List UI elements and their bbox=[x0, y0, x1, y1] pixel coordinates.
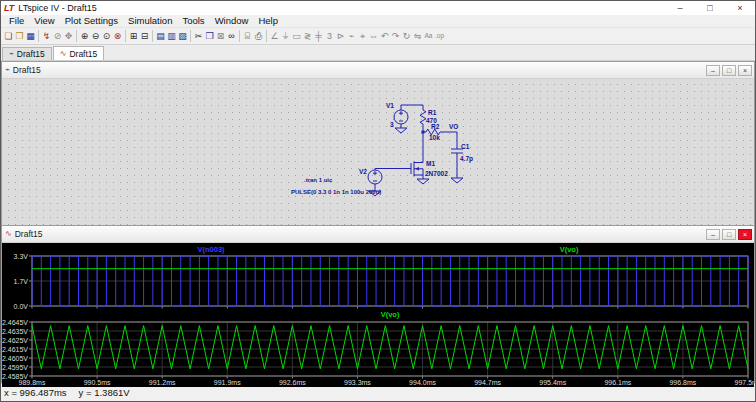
capacitor-icon[interactable]: ╪ bbox=[313, 29, 324, 43]
tran-directive-text: .tran 1 uic bbox=[304, 177, 333, 183]
tile-horizontal-icon[interactable]: ▤ bbox=[155, 29, 166, 43]
c1-value-label: 4.7p bbox=[460, 155, 473, 163]
run-icon[interactable]: ↯ bbox=[41, 29, 52, 43]
diode-icon[interactable]: ⊳ bbox=[335, 29, 346, 43]
close-icon[interactable]: × bbox=[725, 1, 755, 15]
net-label-icon[interactable]: ▭ bbox=[291, 29, 302, 43]
pulse-directive-text: PULSE(0 3.3 0 1n 1n 100u 200u) bbox=[291, 189, 381, 195]
x-axis-tick-label: 997.5ms bbox=[735, 379, 754, 386]
restore-icon[interactable]: □ bbox=[695, 1, 725, 15]
c1-capacitor[interactable] bbox=[451, 149, 463, 178]
spice-directive-icon[interactable]: .op bbox=[434, 29, 445, 43]
zoom-area-icon[interactable]: ⊙ bbox=[101, 29, 112, 43]
move-icon[interactable]: ⌖ bbox=[357, 29, 368, 43]
menu-file[interactable]: File bbox=[4, 15, 29, 27]
resistor-icon[interactable]: ≷ bbox=[302, 29, 313, 43]
menu-window[interactable]: Window bbox=[210, 15, 254, 27]
toolbar-separator bbox=[38, 30, 39, 42]
menu-plot-settings[interactable]: Plot Settings bbox=[60, 15, 123, 27]
x-axis-tick-label: 992.6ms bbox=[279, 379, 306, 386]
rotate-icon[interactable]: ↻ bbox=[401, 29, 412, 43]
schematic-window: ⌁ Draft15 – □ × bbox=[1, 61, 755, 225]
r1-ref-label: R1 bbox=[428, 109, 437, 116]
x-axis-tick-label: 995.4ms bbox=[539, 379, 566, 386]
zoom-extents-icon[interactable]: ⊗ bbox=[112, 29, 123, 43]
x-axis-tick-label: 993.3ms bbox=[344, 379, 371, 386]
halt-icon[interactable]: ⊘ bbox=[52, 29, 63, 43]
minimize-icon[interactable]: – bbox=[665, 1, 695, 15]
zoom-out-icon[interactable]: ⊖ bbox=[90, 29, 101, 43]
mirror-icon[interactable]: ⇋ bbox=[412, 29, 423, 43]
schematic-canvas[interactable]: V1 3 R1 470 R2 10k VO C1 4.7p M1 2N7002 … bbox=[2, 79, 754, 225]
wire bbox=[375, 169, 411, 171]
restore-icon[interactable]: □ bbox=[722, 229, 736, 240]
tab-schematic-draft15[interactable]: ⌁Draft15 bbox=[2, 47, 52, 60]
x-axis-tick-label: 991.2ms bbox=[149, 379, 176, 386]
toolbar-separator bbox=[266, 30, 267, 42]
waveform-plot[interactable]: 3.3V1.7V0.0VV(n003)V(vo)2.4645V2.4635V2.… bbox=[2, 243, 754, 387]
toolbar-separator bbox=[190, 30, 191, 42]
trace-label: V(vo) bbox=[560, 245, 579, 254]
minimize-icon[interactable]: – bbox=[706, 65, 720, 76]
x-axis-tick-label: 989.8ms bbox=[19, 379, 46, 386]
cut-icon[interactable]: ✂ bbox=[193, 29, 204, 43]
r2-value-label: 10k bbox=[429, 134, 440, 141]
minimize-icon[interactable]: – bbox=[706, 229, 720, 240]
schematic-window-controls: – □ × bbox=[706, 65, 754, 76]
y-axis-tick-label: 1.7V bbox=[14, 278, 29, 285]
window-controls: – □ × bbox=[665, 1, 755, 15]
v1-value-label: 3 bbox=[390, 121, 394, 128]
waveform-window-title: Draft15 bbox=[15, 229, 43, 239]
copy-icon[interactable]: ❒ bbox=[204, 29, 215, 43]
new-schematic-icon[interactable]: ❏ bbox=[3, 29, 14, 43]
inductor-icon[interactable]: 3 bbox=[324, 29, 335, 43]
print-preview-icon[interactable]: ⌻ bbox=[242, 29, 253, 43]
redo-icon[interactable]: ↷ bbox=[390, 29, 401, 43]
schematic-window-titlebar[interactable]: ⌁ Draft15 – □ × bbox=[2, 62, 754, 79]
drag-icon[interactable]: ⇔ bbox=[368, 29, 379, 43]
ground-icon bbox=[417, 179, 429, 184]
close-icon[interactable]: × bbox=[738, 65, 752, 76]
pan-icon[interactable]: ✥ bbox=[63, 29, 74, 43]
menu-help[interactable]: Help bbox=[253, 15, 283, 27]
m1-arrow bbox=[415, 167, 419, 171]
mdi-area: ⌁ Draft15 – □ × bbox=[1, 61, 755, 383]
ground-icon[interactable]: ⏚ bbox=[280, 29, 291, 43]
tab-waveform-draft15[interactable]: ∿Draft15 bbox=[53, 46, 105, 60]
y-axis-tick-label: 2.4645V bbox=[2, 319, 28, 326]
component-icon[interactable]: ⌁ bbox=[346, 29, 357, 43]
schematic-drawing: V1 3 R1 470 R2 10k VO C1 4.7p M1 2N7002 … bbox=[2, 79, 754, 225]
toolbar: ❏❐▦↯⊘✥⊕⊖⊙⊗⊞⊟▤▥▧✂❒⊠∞⌻⎙∠⏚▭≷╪3⊳⌁⌖⇔↶↷↻⇋Aa.op bbox=[1, 27, 755, 45]
waveform-doc-icon: ∿ bbox=[60, 50, 67, 58]
wire-icon[interactable]: ∠ bbox=[269, 29, 280, 43]
menu-tools[interactable]: Tools bbox=[177, 15, 209, 27]
schematic-doc-icon: ⌁ bbox=[9, 50, 14, 58]
tab-bar: ⌁Draft15∿Draft15 bbox=[1, 45, 755, 61]
close-icon[interactable]: × bbox=[738, 229, 752, 240]
open-icon[interactable]: ❐ bbox=[14, 29, 25, 43]
menu-simulation[interactable]: Simulation bbox=[123, 15, 177, 27]
tab-label: Draft15 bbox=[69, 49, 97, 59]
autorange-icon[interactable]: ⊞ bbox=[128, 29, 139, 43]
print-icon[interactable]: ⎙ bbox=[253, 29, 264, 43]
x-axis-tick-label: 991.9ms bbox=[214, 379, 241, 386]
undo-icon[interactable]: ↶ bbox=[379, 29, 390, 43]
m1-drain-lead bbox=[414, 132, 423, 163]
cascade-windows-icon[interactable]: ▧ bbox=[177, 29, 188, 43]
tile-vertical-icon[interactable]: ▥ bbox=[166, 29, 177, 43]
trace-label: V(vo) bbox=[381, 310, 400, 319]
save-icon[interactable]: ▦ bbox=[25, 29, 36, 43]
waveform-window: ∿ Draft15 – □ × 3.3V1.7V0.0VV(n003)V(vo)… bbox=[1, 225, 755, 383]
menu-view[interactable]: View bbox=[29, 15, 59, 27]
x-axis-tick-label: 996.1ms bbox=[604, 379, 631, 386]
restore-icon[interactable]: □ bbox=[722, 65, 736, 76]
plot-settings-icon[interactable]: ⊟ bbox=[139, 29, 150, 43]
find-icon[interactable]: ∞ bbox=[226, 29, 237, 43]
cursor-x-readout: x = 996.487ms bbox=[4, 387, 67, 398]
waveform-window-titlebar[interactable]: ∿ Draft15 – □ × bbox=[2, 226, 754, 243]
r2-ref-label: R2 bbox=[431, 123, 440, 130]
zoom-in-icon[interactable]: ⊕ bbox=[79, 29, 90, 43]
paste-icon[interactable]: ⊠ bbox=[215, 29, 226, 43]
waveform-doc-icon: ∿ bbox=[5, 230, 12, 238]
text-icon[interactable]: Aa bbox=[423, 29, 434, 43]
